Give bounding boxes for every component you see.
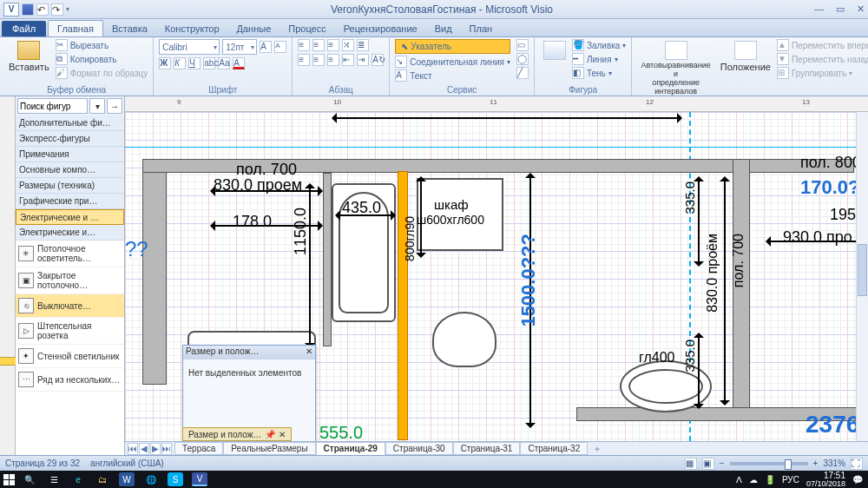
page-tab[interactable]: Страница-31 [453,442,521,455]
drawing-canvas[interactable]: пол. 700 830.0 проем 178.0 435.0 1150.0 … [125,112,868,441]
tab-review[interactable]: Рецензирование [335,21,426,36]
dim-arrow[interactable] [698,334,700,407]
cut-button[interactable]: ✂Вырезать [56,39,148,51]
dim-arrow[interactable] [698,178,700,265]
float-close-icon[interactable]: ✕ [306,346,312,359]
stencil-item[interactable]: Размеры (техника) [16,178,124,194]
page-tab[interactable]: Страница-32 [520,442,588,455]
zoom-in-icon[interactable]: + [813,458,819,468]
dim-arrow[interactable] [333,117,681,119]
taskview-icon[interactable]: ☰ [42,471,66,488]
vertical-scrollbar[interactable] [856,112,868,441]
zoom-slider[interactable] [730,462,808,465]
format-painter-button[interactable]: 🖌Формат по образцу [56,67,148,79]
shadow-button[interactable]: ◧Тень▾ [572,67,627,79]
page-tab[interactable]: Страница-30 [385,442,453,455]
fontcolor-icon[interactable]: A [233,57,245,69]
ellipse-tool-icon[interactable]: ◯ [516,53,529,65]
float-tab[interactable]: Размер и полож… 📌 ✕ [182,427,292,441]
tab-design[interactable]: Конструктор [156,21,228,36]
group-button[interactable]: ⊞Группировать▾ [777,67,868,79]
stencil-item[interactable]: Основные компо… [16,162,124,178]
line-tool-icon[interactable]: ╱ [516,67,529,79]
edge-icon[interactable]: e [66,471,90,488]
bring-forward-button[interactable]: ▲Переместить вперед▾ [777,39,868,51]
stencil-item[interactable]: Графические при… [16,194,124,209]
stencil-item[interactable]: Экспресс-фигуры [16,131,124,147]
guide-line[interactable] [125,147,868,148]
strikethrough-icon[interactable]: abc [203,57,215,69]
send-backward-button[interactable]: ▼Переместить назад▾ [777,53,868,65]
align-left-icon[interactable]: ≡ [298,54,310,66]
shape-item[interactable]: ⋯Ряд из нескольких… [16,368,124,392]
grow-font-icon[interactable]: A [260,41,272,53]
page-tab[interactable]: Терраса [174,442,223,455]
page-next-icon[interactable]: ▶ [150,443,161,455]
align-mid-icon[interactable]: ≡ [312,39,325,51]
font-select[interactable]: Calibri [159,39,220,55]
stencil-item-selected[interactable]: Электрические и … [16,209,124,225]
explorer-icon[interactable]: 🗂 [90,471,115,488]
divider-wall[interactable] [398,171,408,440]
wall[interactable] [733,159,750,419]
scroll-thumb[interactable] [858,244,867,296]
shape-item[interactable]: ▷Штепсельная розетка [16,318,124,345]
tab-data[interactable]: Данные [228,21,280,36]
search-go-icon[interactable]: → [107,98,122,114]
tray-arrow-icon[interactable]: ᐱ [736,475,742,485]
stencil-item[interactable]: Примечания [16,147,124,162]
minimize-button[interactable]: — [814,3,824,15]
search-dropdown-icon[interactable]: ▾ [89,98,105,114]
toilet-shape[interactable] [432,312,496,367]
page-first-icon[interactable]: ⏮ [128,443,138,455]
text-tool[interactable]: AТекст [395,69,510,82]
auto-align-button[interactable]: Автовыравнивание иопределение интервалов [637,39,713,98]
redo-icon[interactable]: ↷ [51,3,63,16]
save-icon[interactable] [22,3,34,16]
close-button[interactable]: ✕ [857,3,865,15]
shrink-font-icon[interactable]: A [274,41,286,53]
undo-icon[interactable]: ↶ [36,3,49,16]
battery-icon[interactable]: 🔋 [765,475,775,485]
stencil-item[interactable]: Электрические и… [16,225,124,241]
wall[interactable] [323,173,332,346]
view-normal-icon[interactable]: ▦ [685,458,697,470]
indent-dec-icon[interactable]: ⇤ [342,54,354,66]
zoom-out-icon[interactable]: − [720,458,725,468]
pin-icon[interactable]: 📌 [265,430,275,439]
position-button[interactable]: Положение [717,39,774,74]
view-full-icon[interactable]: ▣ [702,458,714,470]
visio-icon[interactable]: V [192,472,207,486]
tab-plan[interactable]: План [461,21,502,36]
fontsize-select[interactable]: 12пт [222,39,257,55]
pointer-tool[interactable]: ⬉Указатель [395,39,510,54]
orientation-icon[interactable]: ⤮ [342,39,354,51]
onedrive-icon[interactable]: ☁ [749,475,758,485]
align-top-icon[interactable]: ≡ [298,39,310,51]
align-right-icon[interactable]: ≡ [327,54,339,66]
word-icon[interactable]: W [119,472,135,486]
clock-time[interactable]: 17:51 [806,472,845,480]
tab-process[interactable]: Процесс [279,21,334,36]
shape-item[interactable]: ▣Закрытое потолочно… [16,267,124,294]
status-lang[interactable]: английский (США) [90,458,164,468]
fit-window-icon[interactable]: ⛶ [851,458,863,470]
dim-arrow[interactable] [724,178,726,404]
tab-home[interactable]: Главная [48,20,103,36]
close-icon[interactable]: ✕ [279,430,286,439]
notifications-icon[interactable]: 💬 [852,475,863,485]
stencil-item[interactable]: Дополнительные фи… [16,115,124,131]
page-last-icon[interactable]: ⏭ [161,443,172,455]
paste-button[interactable]: Вставить [5,39,53,74]
lang-indicator[interactable]: РУС [782,475,799,485]
highlight-icon[interactable]: Aa [218,57,230,69]
maximize-button[interactable]: ▭ [836,3,845,15]
page-tab-active[interactable]: Страница-29 [316,442,385,455]
copy-button[interactable]: ⧉Копировать [56,53,148,65]
connector-tool[interactable]: ↘Соединительная линия▾ [395,56,510,68]
skype-icon[interactable]: S [168,472,183,486]
file-tab[interactable]: Файл [2,21,46,36]
page-prev-icon[interactable]: ◀ [139,443,149,455]
visio-logo[interactable]: V [3,3,19,16]
line-button[interactable]: ━Линия▾ [572,53,627,65]
